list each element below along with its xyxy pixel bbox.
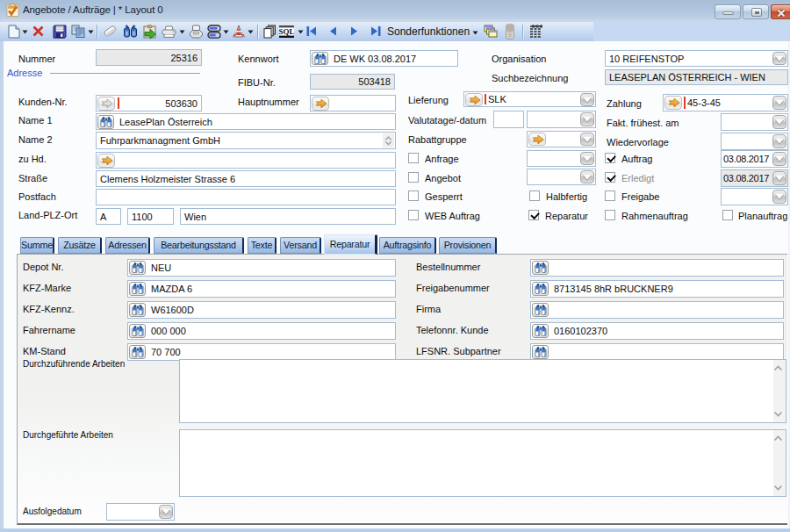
svg-text:SQL: SQL: [279, 27, 294, 36]
